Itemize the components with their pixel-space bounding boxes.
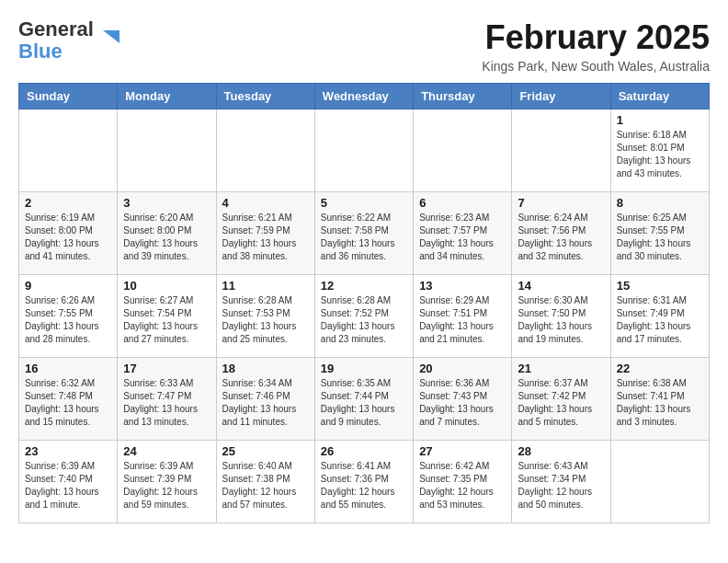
calendar-day-2: 2Sunrise: 6:19 AM Sunset: 8:00 PM Daylig… xyxy=(19,192,118,275)
calendar-table: SundayMondayTuesdayWednesdayThursdayFrid… xyxy=(18,83,710,523)
calendar-day-26: 26Sunrise: 6:41 AM Sunset: 7:36 PM Dayli… xyxy=(314,441,413,523)
day-number: 19 xyxy=(321,362,407,375)
day-info: Sunrise: 6:38 AM Sunset: 7:41 PM Dayligh… xyxy=(617,377,703,429)
day-info: Sunrise: 6:22 AM Sunset: 7:58 PM Dayligh… xyxy=(321,212,407,263)
day-info: Sunrise: 6:39 AM Sunset: 7:40 PM Dayligh… xyxy=(25,460,111,511)
calendar-day-9: 9Sunrise: 6:26 AM Sunset: 7:55 PM Daylig… xyxy=(19,275,118,358)
empty-day-cell xyxy=(216,109,314,192)
day-info: Sunrise: 6:31 AM Sunset: 7:49 PM Dayligh… xyxy=(617,294,703,346)
day-info: Sunrise: 6:18 AM Sunset: 8:01 PM Dayligh… xyxy=(617,129,703,180)
empty-day-cell xyxy=(118,109,216,192)
day-number: 6 xyxy=(419,196,506,210)
page-header: General Blue February 2025 Kings Park, N… xyxy=(18,18,710,74)
weekday-header-saturday: Saturday xyxy=(610,84,709,109)
day-info: Sunrise: 6:24 AM Sunset: 7:56 PM Dayligh… xyxy=(518,212,604,263)
weekday-header-row: SundayMondayTuesdayWednesdayThursdayFrid… xyxy=(19,84,710,109)
day-number: 5 xyxy=(321,196,407,210)
empty-day-cell xyxy=(414,109,512,192)
day-info: Sunrise: 6:26 AM Sunset: 7:55 PM Dayligh… xyxy=(25,294,111,346)
calendar-day-4: 4Sunrise: 6:21 AM Sunset: 7:59 PM Daylig… xyxy=(216,192,314,275)
day-info: Sunrise: 6:23 AM Sunset: 7:57 PM Dayligh… xyxy=(419,212,506,263)
location: Kings Park, New South Wales, Australia xyxy=(482,59,710,74)
calendar-day-17: 17Sunrise: 6:33 AM Sunset: 7:47 PM Dayli… xyxy=(118,358,216,441)
calendar-day-10: 10Sunrise: 6:27 AM Sunset: 7:54 PM Dayli… xyxy=(118,275,216,358)
logo: General Blue xyxy=(18,18,119,63)
calendar-day-18: 18Sunrise: 6:34 AM Sunset: 7:46 PM Dayli… xyxy=(216,358,314,441)
calendar-day-15: 15Sunrise: 6:31 AM Sunset: 7:49 PM Dayli… xyxy=(610,275,709,358)
title-section: February 2025 Kings Park, New South Wale… xyxy=(482,18,710,74)
calendar-day-7: 7Sunrise: 6:24 AM Sunset: 7:56 PM Daylig… xyxy=(512,192,610,275)
day-number: 17 xyxy=(123,362,210,375)
day-number: 7 xyxy=(518,196,604,210)
calendar-week-row: 23Sunrise: 6:39 AM Sunset: 7:40 PM Dayli… xyxy=(19,441,710,523)
day-info: Sunrise: 6:19 AM Sunset: 8:00 PM Dayligh… xyxy=(25,212,111,263)
weekday-header-thursday: Thursday xyxy=(414,84,512,109)
day-info: Sunrise: 6:21 AM Sunset: 7:59 PM Dayligh… xyxy=(222,212,309,263)
calendar-day-28: 28Sunrise: 6:43 AM Sunset: 7:34 PM Dayli… xyxy=(512,441,610,523)
svg-marker-0 xyxy=(103,30,119,43)
calendar-day-24: 24Sunrise: 6:39 AM Sunset: 7:39 PM Dayli… xyxy=(118,441,216,523)
day-info: Sunrise: 6:37 AM Sunset: 7:42 PM Dayligh… xyxy=(518,377,604,429)
calendar-day-19: 19Sunrise: 6:35 AM Sunset: 7:44 PM Dayli… xyxy=(314,358,413,441)
calendar-day-12: 12Sunrise: 6:28 AM Sunset: 7:52 PM Dayli… xyxy=(314,275,413,358)
day-number: 25 xyxy=(222,444,309,458)
day-info: Sunrise: 6:43 AM Sunset: 7:34 PM Dayligh… xyxy=(518,460,604,511)
empty-day-cell xyxy=(610,441,709,523)
day-number: 3 xyxy=(123,196,210,210)
day-info: Sunrise: 6:36 AM Sunset: 7:43 PM Dayligh… xyxy=(419,377,506,429)
logo-icon xyxy=(99,27,119,47)
day-info: Sunrise: 6:33 AM Sunset: 7:47 PM Dayligh… xyxy=(123,377,210,429)
day-number: 18 xyxy=(222,362,309,375)
day-info: Sunrise: 6:32 AM Sunset: 7:48 PM Dayligh… xyxy=(25,377,111,429)
calendar-day-22: 22Sunrise: 6:38 AM Sunset: 7:41 PM Dayli… xyxy=(610,358,709,441)
empty-day-cell xyxy=(19,109,118,192)
day-number: 13 xyxy=(419,279,506,293)
empty-day-cell xyxy=(314,109,413,192)
day-info: Sunrise: 6:20 AM Sunset: 8:00 PM Dayligh… xyxy=(123,212,210,263)
calendar-day-11: 11Sunrise: 6:28 AM Sunset: 7:53 PM Dayli… xyxy=(216,275,314,358)
calendar-week-row: 1Sunrise: 6:18 AM Sunset: 8:01 PM Daylig… xyxy=(19,109,710,192)
calendar-day-8: 8Sunrise: 6:25 AM Sunset: 7:55 PM Daylig… xyxy=(610,192,709,275)
day-number: 11 xyxy=(222,279,309,293)
day-number: 23 xyxy=(25,444,111,458)
calendar-day-27: 27Sunrise: 6:42 AM Sunset: 7:35 PM Dayli… xyxy=(414,441,512,523)
day-number: 24 xyxy=(123,444,210,458)
empty-day-cell xyxy=(512,109,610,192)
day-number: 22 xyxy=(617,362,703,375)
day-number: 14 xyxy=(518,279,604,293)
day-number: 9 xyxy=(25,279,111,293)
day-number: 21 xyxy=(518,362,604,375)
calendar-week-row: 2Sunrise: 6:19 AM Sunset: 8:00 PM Daylig… xyxy=(19,192,710,275)
day-number: 28 xyxy=(518,444,604,458)
day-info: Sunrise: 6:41 AM Sunset: 7:36 PM Dayligh… xyxy=(321,460,407,511)
day-info: Sunrise: 6:27 AM Sunset: 7:54 PM Dayligh… xyxy=(123,294,210,346)
day-info: Sunrise: 6:29 AM Sunset: 7:51 PM Dayligh… xyxy=(419,294,506,346)
calendar-day-3: 3Sunrise: 6:20 AM Sunset: 8:00 PM Daylig… xyxy=(118,192,216,275)
day-number: 27 xyxy=(419,444,506,458)
day-number: 26 xyxy=(321,444,407,458)
day-info: Sunrise: 6:34 AM Sunset: 7:46 PM Dayligh… xyxy=(222,377,309,429)
weekday-header-wednesday: Wednesday xyxy=(314,84,413,109)
day-number: 8 xyxy=(617,196,703,210)
day-info: Sunrise: 6:28 AM Sunset: 7:52 PM Dayligh… xyxy=(321,294,407,346)
calendar-day-21: 21Sunrise: 6:37 AM Sunset: 7:42 PM Dayli… xyxy=(512,358,610,441)
day-info: Sunrise: 6:39 AM Sunset: 7:39 PM Dayligh… xyxy=(123,460,210,511)
month-year: February 2025 xyxy=(482,18,710,57)
logo-blue: Blue xyxy=(18,40,63,63)
calendar-day-25: 25Sunrise: 6:40 AM Sunset: 7:38 PM Dayli… xyxy=(216,441,314,523)
calendar-day-16: 16Sunrise: 6:32 AM Sunset: 7:48 PM Dayli… xyxy=(19,358,118,441)
calendar-day-1: 1Sunrise: 6:18 AM Sunset: 8:01 PM Daylig… xyxy=(610,109,709,192)
day-number: 10 xyxy=(123,279,210,293)
logo-general: General xyxy=(18,17,94,40)
day-info: Sunrise: 6:28 AM Sunset: 7:53 PM Dayligh… xyxy=(222,294,309,346)
day-number: 4 xyxy=(222,196,309,210)
calendar-day-20: 20Sunrise: 6:36 AM Sunset: 7:43 PM Dayli… xyxy=(414,358,512,441)
calendar-day-14: 14Sunrise: 6:30 AM Sunset: 7:50 PM Dayli… xyxy=(512,275,610,358)
calendar-day-5: 5Sunrise: 6:22 AM Sunset: 7:58 PM Daylig… xyxy=(314,192,413,275)
day-info: Sunrise: 6:40 AM Sunset: 7:38 PM Dayligh… xyxy=(222,460,309,511)
day-number: 1 xyxy=(617,113,703,127)
weekday-header-friday: Friday xyxy=(512,84,610,109)
day-info: Sunrise: 6:25 AM Sunset: 7:55 PM Dayligh… xyxy=(617,212,703,263)
calendar-week-row: 9Sunrise: 6:26 AM Sunset: 7:55 PM Daylig… xyxy=(19,275,710,358)
weekday-header-sunday: Sunday xyxy=(19,84,118,109)
